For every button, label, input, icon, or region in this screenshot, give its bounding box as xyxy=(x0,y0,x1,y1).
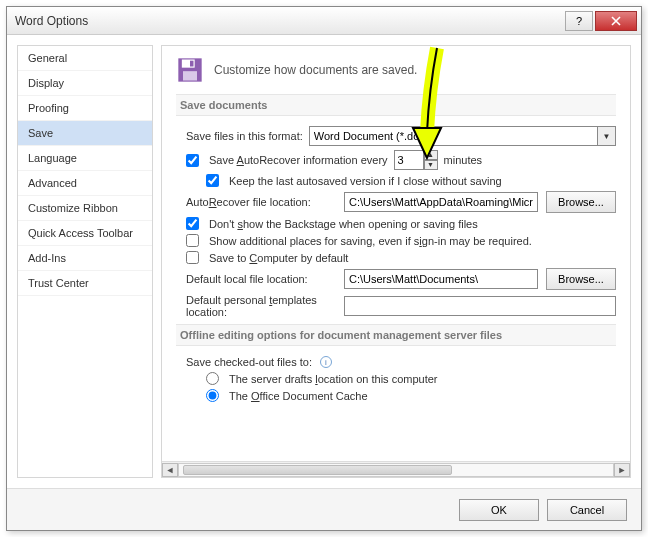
svg-rect-3 xyxy=(190,61,194,67)
sidebar-item-advanced[interactable]: Advanced xyxy=(18,171,152,196)
sidebar-item-general[interactable]: General xyxy=(18,46,152,71)
close-icon xyxy=(611,16,621,26)
sidebar-item-language[interactable]: Language xyxy=(18,146,152,171)
cancel-button[interactable]: Cancel xyxy=(547,499,627,521)
sidebar-item-add-ins[interactable]: Add-Ins xyxy=(18,246,152,271)
sidebar-item-trust-center[interactable]: Trust Center xyxy=(18,271,152,296)
main-panel: Customize how documents are saved. Save … xyxy=(161,45,631,478)
page-header: Customize how documents are saved. xyxy=(176,56,616,84)
default-location-label: Default local file location: xyxy=(186,273,336,285)
page-subtitle: Customize how documents are saved. xyxy=(214,63,417,77)
scroll-right-button[interactable]: ► xyxy=(614,463,630,477)
backstage-checkbox[interactable] xyxy=(186,217,199,230)
backstage-label: Don't show the Backstage when opening or… xyxy=(209,218,478,230)
group-title-save-documents: Save documents xyxy=(176,94,616,116)
additional-places-label: Show additional places for saving, even … xyxy=(209,235,532,247)
save-format-select[interactable] xyxy=(309,126,598,146)
titlebar: Word Options ? xyxy=(7,7,641,35)
autorecover-label-pre: Save AutoRecover information every xyxy=(209,154,388,166)
browse-default-button[interactable]: Browse... xyxy=(546,268,616,290)
spin-down-button[interactable]: ▼ xyxy=(424,160,438,170)
additional-places-checkbox[interactable] xyxy=(186,234,199,247)
autorecover-location-label: AutoRecover file location: xyxy=(186,196,336,208)
spin-up-button[interactable]: ▲ xyxy=(424,150,438,160)
checked-out-label: Save checked-out files to: xyxy=(186,356,312,368)
save-format-dropdown-button[interactable]: ▼ xyxy=(598,126,616,146)
office-cache-label: The Office Document Cache xyxy=(229,390,368,402)
keep-last-autosaved-checkbox[interactable] xyxy=(206,174,219,187)
sidebar-item-proofing[interactable]: Proofing xyxy=(18,96,152,121)
default-location-input[interactable] xyxy=(344,269,538,289)
svg-rect-2 xyxy=(183,71,197,80)
server-drafts-radio[interactable] xyxy=(206,372,219,385)
autorecover-minutes-spinner[interactable]: ▲▼ xyxy=(394,150,438,170)
close-button[interactable] xyxy=(595,11,637,31)
autorecover-label-post: minutes xyxy=(444,154,483,166)
save-format-label: Save files in this format: xyxy=(186,130,303,142)
word-options-window: Word Options ? General Display Proofing … xyxy=(6,6,642,531)
sidebar-item-save[interactable]: Save xyxy=(18,121,152,146)
ok-button[interactable]: OK xyxy=(459,499,539,521)
help-button[interactable]: ? xyxy=(565,11,593,31)
horizontal-scrollbar[interactable]: ◄ ► xyxy=(162,461,630,477)
save-documents-group: Save documents Save files in this format… xyxy=(176,94,616,318)
keep-last-autosaved-label: Keep the last autosaved version if I clo… xyxy=(229,175,502,187)
templates-location-input[interactable] xyxy=(344,296,616,316)
server-drafts-label: The server drafts location on this compu… xyxy=(229,373,438,385)
info-icon[interactable]: i xyxy=(320,356,332,368)
group-title-offline: Offline editing options for document man… xyxy=(176,324,616,346)
save-to-computer-checkbox[interactable] xyxy=(186,251,199,264)
sidebar-item-customize-ribbon[interactable]: Customize Ribbon xyxy=(18,196,152,221)
templates-location-label: Default personal templates location: xyxy=(186,294,336,318)
dialog-footer: OK Cancel xyxy=(7,488,641,530)
scroll-track[interactable] xyxy=(178,463,614,477)
scroll-left-button[interactable]: ◄ xyxy=(162,463,178,477)
save-to-computer-label: Save to Computer by default xyxy=(209,252,348,264)
window-title: Word Options xyxy=(15,14,563,28)
sidebar-item-quick-access-toolbar[interactable]: Quick Access Toolbar xyxy=(18,221,152,246)
floppy-disk-icon xyxy=(176,56,204,84)
offline-editing-group: Offline editing options for document man… xyxy=(176,324,616,402)
categories-sidebar: General Display Proofing Save Language A… xyxy=(17,45,153,478)
dialog-body: General Display Proofing Save Language A… xyxy=(7,35,641,488)
browse-autorecover-button[interactable]: Browse... xyxy=(546,191,616,213)
autorecover-minutes-input[interactable] xyxy=(394,150,424,170)
autorecover-checkbox[interactable] xyxy=(186,154,199,167)
scroll-thumb[interactable] xyxy=(183,465,452,475)
sidebar-item-display[interactable]: Display xyxy=(18,71,152,96)
autorecover-location-input[interactable] xyxy=(344,192,538,212)
office-cache-radio[interactable] xyxy=(206,389,219,402)
